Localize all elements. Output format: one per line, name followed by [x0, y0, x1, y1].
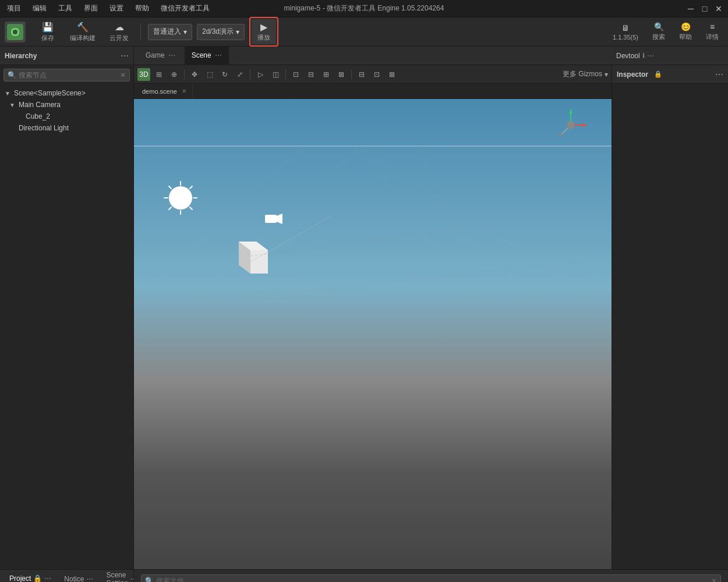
hierarchy-search-input[interactable]: [19, 71, 118, 79]
scene-tool-i[interactable]: ⊠: [386, 68, 398, 81]
tree-item-scene[interactable]: ▼ Scene<SampleScene>: [0, 87, 133, 99]
tree-item-cube[interactable]: ▶ Cube_2: [0, 111, 133, 122]
search-label: 搜索: [652, 33, 665, 41]
scene-tool-sep1: [184, 69, 185, 80]
tree-item-maincamera[interactable]: ▼ Main Camera: [0, 99, 133, 111]
scene-tool-g[interactable]: ⊟: [355, 68, 368, 81]
tab-project-lock-icon: 🔒: [33, 574, 42, 583]
svg-rect-31: [567, 122, 574, 129]
scene-tool-grid[interactable]: ⊞: [153, 68, 165, 81]
search-clear-icon[interactable]: ✕: [120, 71, 126, 79]
tab-project[interactable]: Project 🔒 ⋯: [3, 572, 57, 583]
preview-dropdown[interactable]: 2d/3d演示 ▾: [197, 24, 245, 40]
version-button[interactable]: 🖥 1.1.35(5): [608, 21, 643, 43]
tab-game-more-icon[interactable]: ⋯: [168, 51, 175, 59]
search-button[interactable]: 🔍 搜索: [648, 20, 670, 44]
close-button[interactable]: ✕: [714, 4, 723, 13]
inspector-more-icon[interactable]: ⋯: [715, 70, 723, 79]
bottom-left-panel: Project 🔒 ⋯ Notice ⋯ Scene Setting ⋯ ▼ 📁…: [0, 570, 134, 582]
scene-tool-d[interactable]: ⊟: [305, 68, 317, 81]
save-button[interactable]: 💾 保存: [35, 19, 61, 45]
menu-settings[interactable]: 设置: [107, 2, 126, 15]
scene-tool-rect[interactable]: ⬚: [203, 68, 216, 81]
tab-game[interactable]: Game ⋯: [139, 47, 182, 65]
gizmos-label: 更多 Gizmos: [563, 69, 602, 79]
inspector-lock-icon[interactable]: 🔒: [654, 70, 662, 78]
scene-gizmos-btn[interactable]: 更多 Gizmos ▾: [563, 69, 608, 79]
hierarchy-more-icon[interactable]: ⋯: [121, 51, 129, 61]
preview-arrow-icon: ▾: [236, 28, 239, 36]
help-label: 帮助: [679, 33, 692, 41]
file-search-clear-icon[interactable]: ✕: [711, 577, 717, 582]
search-icon: 🔍: [8, 71, 16, 79]
maximize-button[interactable]: □: [700, 4, 709, 13]
detail-button[interactable]: ≡ 详情: [701, 20, 723, 44]
directional-light-label: Directional Light: [19, 124, 69, 132]
scene-tool-move[interactable]: ✥: [188, 68, 201, 81]
scene-gizmo-widget: [553, 108, 588, 144]
inspector-title: Inspector: [617, 70, 648, 79]
scene-tool-rotate[interactable]: ↻: [218, 68, 231, 81]
tab-scene-more-icon[interactable]: ⋯: [215, 51, 222, 59]
svg-point-2: [13, 30, 17, 34]
play-label: 播放: [257, 33, 270, 42]
toolbar-separator-1: [140, 23, 141, 41]
main-layout: Hierarchy ⋯ 🔍 ✕ ▼ Scene<SampleScene> ▼ M…: [0, 47, 728, 569]
scene-tool-c[interactable]: ⊡: [289, 68, 302, 81]
svg-point-30: [559, 133, 562, 137]
main-toolbar: 💾 保存 🔨 编译构建 ☁ 云开发 普通进入 ▾ 2d/3d演示 ▾ ▶ 播放 …: [0, 17, 728, 47]
devtool-info-icon[interactable]: ℹ: [642, 52, 645, 59]
tree-item-dirlight[interactable]: ▶ Directional Light: [0, 122, 133, 134]
scene-tool-f[interactable]: ⊠: [335, 68, 348, 81]
tab-game-label: Game: [146, 51, 165, 59]
scene-tool-3d[interactable]: 3D: [137, 68, 150, 81]
app-logo: [5, 22, 26, 42]
file-search-box: 🔍 ✕: [141, 574, 721, 582]
mode-label: 普通进入: [153, 27, 181, 37]
version-icon: 🖥: [621, 23, 630, 33]
play-button-group: ▶ 播放: [249, 17, 278, 47]
scene-file-tab[interactable]: demo.scene ✕: [136, 84, 193, 98]
build-button[interactable]: 🔨 编译构建: [65, 19, 100, 45]
scene-viewport[interactable]: [134, 99, 612, 569]
file-search-input[interactable]: [156, 577, 709, 582]
center-panel: Game ⋯ Scene ⋯ 3D ⊞ ⊕ ✥ ⬚ ↻ ⤢ ▷ ◫ ⊡ ⊟ ⊞: [134, 47, 612, 569]
detail-icon: ≡: [710, 22, 715, 31]
menu-help[interactable]: 帮助: [133, 2, 151, 15]
file-search-icon: 🔍: [145, 577, 154, 582]
center-tab-bar: Game ⋯ Scene ⋯: [134, 47, 612, 65]
tab-scene[interactable]: Scene ⋯: [185, 47, 229, 65]
tab-notice[interactable]: Notice ⋯: [58, 573, 99, 583]
play-button[interactable]: ▶ 播放: [252, 19, 276, 44]
inspector-content: [612, 84, 728, 569]
menu-tools[interactable]: 工具: [56, 2, 75, 15]
scene-toolbar: 3D ⊞ ⊕ ✥ ⬚ ↻ ⤢ ▷ ◫ ⊡ ⊟ ⊞ ⊠ ⊟ ⊡ ⊠ 更多 Gizm…: [134, 65, 612, 84]
tab-notice-more-icon[interactable]: ⋯: [86, 575, 93, 583]
scene-tool-h[interactable]: ⊡: [370, 68, 383, 81]
scene-tool-b[interactable]: ◫: [269, 68, 282, 81]
scene-tool-target[interactable]: ⊕: [168, 68, 181, 81]
mode-dropdown[interactable]: 普通进入 ▾: [148, 24, 192, 40]
tab-project-label: Project: [9, 574, 31, 583]
scene-node-name: Scene<SampleScene>: [14, 89, 86, 97]
scene-tool-sep3: [285, 69, 286, 80]
scene-tab-bar: demo.scene ✕: [134, 84, 612, 99]
menu-wechat-devtools[interactable]: 微信开发者工具: [158, 2, 212, 15]
help-icon: 😊: [681, 22, 691, 31]
menu-project[interactable]: 项目: [5, 2, 23, 15]
hierarchy-header: Hierarchy ⋯: [0, 47, 133, 65]
menu-interface[interactable]: 界面: [82, 2, 100, 15]
scene-tool-a[interactable]: ▷: [254, 68, 267, 81]
window-title: minigame-5 - 微信开发者工具 Engine 1.05.2204264: [284, 3, 444, 13]
help-button[interactable]: 😊 帮助: [674, 20, 697, 44]
save-icon: 💾: [42, 22, 54, 33]
tab-project-more-icon[interactable]: ⋯: [44, 574, 51, 583]
cloud-button[interactable]: ☁ 云开发: [105, 19, 133, 45]
scene-tool-e[interactable]: ⊞: [320, 68, 333, 81]
cloud-icon: ☁: [115, 22, 124, 33]
devtool-more-icon[interactable]: ⋯: [647, 52, 654, 60]
minimize-button[interactable]: ─: [686, 4, 695, 13]
scene-tool-scale[interactable]: ⤢: [234, 68, 246, 81]
menu-edit[interactable]: 编辑: [30, 2, 49, 15]
scene-tab-close-icon[interactable]: ✕: [182, 88, 186, 94]
